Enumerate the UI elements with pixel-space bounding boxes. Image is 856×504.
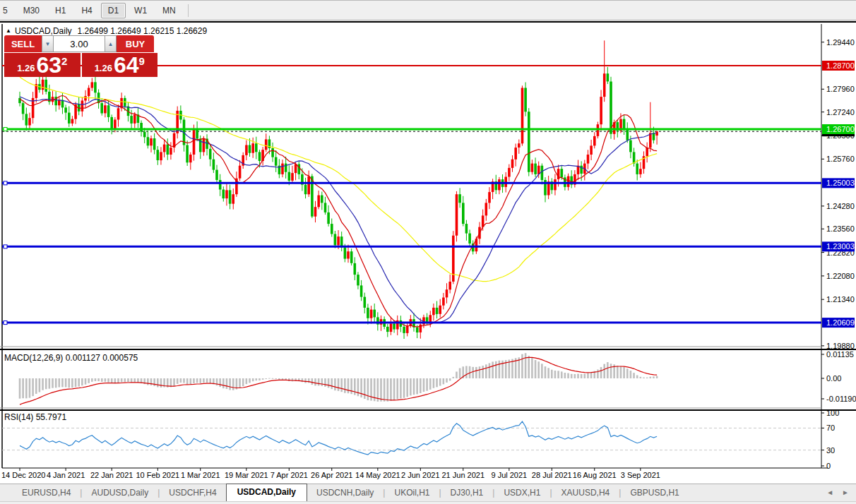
timeframe-button-d1[interactable]: D1 — [101, 3, 126, 18]
macd-histogram-bar — [239, 378, 241, 388]
tab-eurusd-h4[interactable]: EURUSD,H4 — [13, 485, 80, 501]
tab-usdchf-h4[interactable]: USDCHF,H4 — [160, 485, 225, 501]
macd-histogram-bar — [71, 378, 73, 388]
price-axis-label: 1.21340 — [826, 295, 855, 304]
macd-indicator-label: MACD(12,26,9) 0.001127 0.000575 — [4, 353, 138, 363]
timeframe-button-w1[interactable]: W1 — [127, 3, 154, 18]
macd-histogram-bar — [324, 378, 326, 387]
macd-histogram-bar — [203, 378, 205, 383]
macd-histogram-bar — [567, 373, 569, 378]
macd-axis-label: -0.011904 — [826, 395, 856, 403]
macd-histogram-bar — [479, 366, 481, 378]
macd-histogram-bar — [633, 373, 635, 378]
macd-histogram-bar — [127, 378, 129, 382]
candle — [626, 128, 629, 140]
candle — [209, 149, 212, 160]
candle — [524, 88, 527, 112]
timeframe-button-mn[interactable]: MN — [155, 3, 183, 18]
sell-price-button[interactable]: 1.26632 — [4, 53, 81, 77]
macd-histogram-bar — [157, 378, 159, 388]
volume-decrease-button[interactable]: ▼ — [42, 35, 54, 52]
candle — [186, 145, 189, 163]
candle — [456, 194, 458, 236]
timeframe-button-h1[interactable]: H1 — [48, 3, 73, 18]
line-handle[interactable] — [4, 128, 7, 131]
macd-histogram-bar — [173, 378, 175, 386]
candle — [22, 103, 25, 114]
tab-usdx-h1[interactable]: USDX,H1 — [494, 485, 549, 501]
macd-histogram-bar — [42, 378, 44, 390]
line-handle[interactable] — [4, 181, 7, 185]
candle — [114, 120, 117, 129]
candle — [215, 170, 218, 180]
tab-usdcnh-daily[interactable]: USDCNH,Daily — [307, 485, 383, 501]
volume-input[interactable]: 3.00 — [54, 35, 105, 52]
macd-histogram-bar — [607, 362, 609, 378]
tab-scroll-right-icon[interactable]: ► — [842, 488, 849, 496]
tab-dj30-h1[interactable]: DJ30,H1 — [441, 485, 493, 501]
tab-usdcad-daily[interactable]: USDCAD,Daily — [226, 484, 307, 501]
macd-histogram-bar — [219, 378, 221, 387]
macd-histogram-bar — [49, 378, 51, 389]
tab-gbpusd-h1[interactable]: GBPUSD,H1 — [621, 485, 688, 501]
candle — [531, 164, 534, 172]
macd-histogram-bar — [577, 374, 579, 378]
candle — [288, 172, 291, 181]
date-axis-label: 14 May 2021 — [355, 471, 400, 479]
candle — [314, 207, 317, 217]
timeframe-button-m30[interactable]: M30 — [16, 3, 47, 18]
candle — [189, 155, 192, 162]
line-handle[interactable] — [4, 321, 7, 325]
tab-audusd-daily[interactable]: AUDUSD,Daily — [82, 485, 157, 501]
candle — [285, 164, 287, 172]
candle — [324, 203, 327, 212]
macd-histogram-bar — [531, 358, 533, 378]
symbol-tab-bar: EURUSD,H4|AUDUSD,Daily|USDCHF,H4USDCAD,D… — [0, 484, 856, 501]
candle — [140, 123, 143, 132]
buy-price-button[interactable]: 1.26649 — [82, 53, 158, 77]
candle — [521, 88, 524, 144]
macd-histogram-bar — [551, 370, 553, 378]
buy-price-sup: 9 — [139, 55, 145, 67]
macd-histogram-bar — [85, 378, 87, 385]
macd-histogram-bar — [81, 378, 83, 385]
volume-increase-button[interactable]: ▲ — [105, 35, 117, 52]
chart-canvas[interactable]: 1.294401.279601.272401.265001.257601.242… — [0, 23, 856, 485]
candle — [304, 185, 307, 195]
macd-histogram-bar — [465, 366, 468, 378]
macd-histogram-bar — [459, 368, 461, 378]
candle — [163, 145, 166, 152]
macd-histogram-bar — [22, 378, 24, 398]
macd-histogram-bar — [268, 378, 271, 379]
line-handle[interactable] — [4, 245, 7, 248]
timeframe-button-h4[interactable]: H4 — [74, 3, 99, 18]
macd-histogram-bar — [603, 364, 605, 378]
tab-ukoil-h1[interactable]: UKOil,H1 — [385, 485, 439, 501]
date-axis-label: 9 Jul 2021 — [491, 471, 527, 479]
collapse-arrow-icon[interactable]: ▲ — [6, 28, 11, 34]
macd-histogram-bar — [278, 378, 280, 380]
buy-button[interactable]: BUY — [117, 35, 154, 52]
price-axis-label: 1.25760 — [826, 155, 855, 163]
macd-histogram-bar — [229, 378, 231, 390]
chart-window[interactable]: ▲USDCAD,Daily1.26499 1.26649 1.26215 1.2… — [0, 21, 856, 484]
candle — [307, 176, 310, 195]
tab-xauusd-h4[interactable]: XAUUSD,H4 — [552, 485, 619, 501]
macd-histogram-bar — [199, 378, 201, 383]
candle — [636, 164, 638, 174]
candle — [239, 166, 242, 179]
macd-histogram-bar — [557, 371, 559, 378]
macd-histogram-bar — [52, 378, 54, 388]
candle — [416, 328, 419, 332]
price-axis-label: 1.24280 — [826, 202, 855, 210]
candle — [160, 152, 162, 160]
macd-histogram-bar — [331, 378, 333, 389]
macd-histogram-bar — [249, 378, 251, 383]
macd-histogram-bar — [537, 361, 540, 378]
candle — [219, 180, 222, 190]
tab-scroll-left-icon[interactable]: ◄ — [826, 488, 833, 496]
candle — [639, 169, 642, 174]
timeframe-button-5[interactable]: 5 — [0, 3, 15, 18]
sell-button[interactable]: SELL — [4, 35, 42, 52]
candle — [91, 82, 94, 88]
